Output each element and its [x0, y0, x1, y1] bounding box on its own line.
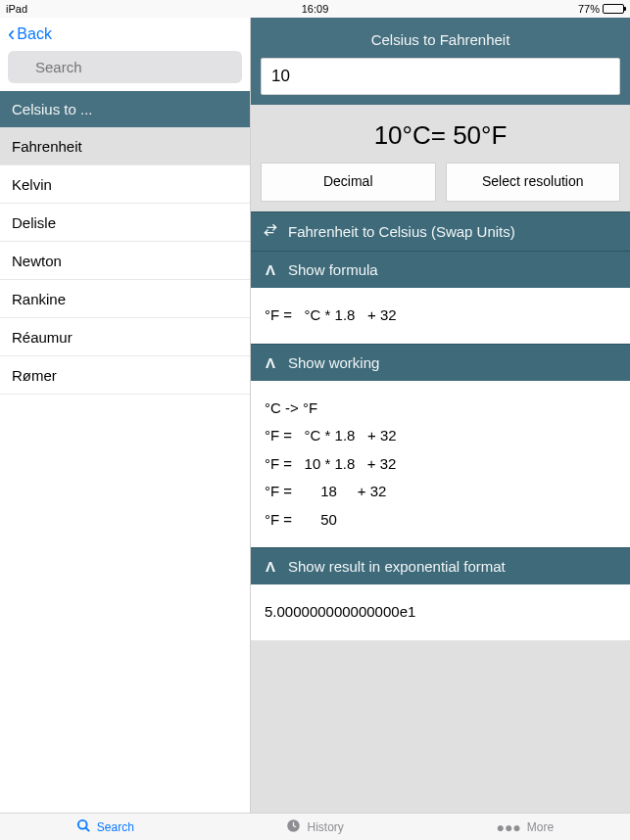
search-icon: [76, 818, 91, 836]
clock-icon: [286, 818, 301, 836]
tab-bar: Search History ●●● More: [0, 813, 630, 840]
lambda-icon: Λ: [263, 261, 278, 278]
working-header-label: Show working: [288, 354, 379, 371]
show-formula-button[interactable]: Λ Show formula: [251, 251, 630, 288]
sidebar: ‹ Back Celsius to ... Fahrenheit Kelvin …: [0, 18, 251, 813]
working-content: °C -> °F °F = °C * 1.8 + 32 °F = 10 * 1.…: [251, 381, 630, 548]
lambda-icon: Λ: [263, 354, 278, 371]
clock: 16:09: [302, 3, 329, 15]
formula-header-label: Show formula: [288, 261, 378, 278]
sidebar-item-newton[interactable]: Newton: [0, 242, 250, 280]
back-label: Back: [17, 25, 52, 43]
show-exponential-button[interactable]: Λ Show result in exponential format: [251, 547, 630, 584]
tab-more[interactable]: ●●● More: [496, 819, 554, 835]
swap-units-button[interactable]: Fahrenheit to Celsius (Swap Units): [251, 211, 630, 251]
result-text: 10°C= 50°F: [251, 120, 630, 151]
exp-header-label: Show result in exponential format: [288, 558, 506, 575]
battery-icon: [603, 4, 624, 14]
lambda-icon: Λ: [263, 558, 278, 575]
format-picker[interactable]: Decimal: [261, 163, 436, 202]
search-input[interactable]: [8, 51, 242, 83]
battery-status: 77%: [578, 3, 624, 15]
sidebar-item-romer[interactable]: Rømer: [0, 356, 250, 395]
swap-icon: [263, 222, 278, 241]
svg-point-2: [78, 819, 87, 828]
sidebar-item-fahrenheit[interactable]: Fahrenheit: [0, 127, 250, 165]
main-panel: Celsius to Fahrenheit 10°C= 50°F Decimal…: [251, 18, 630, 813]
svg-line-3: [85, 827, 89, 831]
tab-label: History: [307, 820, 343, 834]
value-input[interactable]: [261, 58, 620, 95]
tab-search[interactable]: Search: [76, 818, 134, 836]
more-icon: ●●●: [496, 819, 520, 835]
device-label: iPad: [6, 3, 27, 15]
chevron-left-icon: ‹: [8, 23, 15, 45]
tab-label: Search: [97, 820, 134, 834]
tab-history[interactable]: History: [286, 818, 343, 836]
sidebar-item-reaumur[interactable]: Réaumur: [0, 318, 250, 356]
sidebar-section-header: Celsius to ...: [0, 91, 250, 127]
exponential-content: 5.000000000000000e1: [251, 584, 630, 640]
conversion-title: Celsius to Fahrenheit: [261, 31, 620, 48]
back-button[interactable]: ‹ Back: [0, 18, 250, 51]
resolution-picker[interactable]: Select resolution: [446, 163, 621, 202]
formula-content: °F = °C * 1.8 + 32: [251, 288, 630, 344]
sidebar-item-kelvin[interactable]: Kelvin: [0, 165, 250, 204]
show-working-button[interactable]: Λ Show working: [251, 344, 630, 381]
status-bar: iPad 16:09 77%: [0, 0, 630, 18]
unit-list: Fahrenheit Kelvin Delisle Newton Rankine…: [0, 127, 250, 395]
sidebar-item-delisle[interactable]: Delisle: [0, 204, 250, 242]
sidebar-item-rankine[interactable]: Rankine: [0, 280, 250, 318]
swap-label: Fahrenheit to Celsius (Swap Units): [288, 223, 515, 240]
tab-label: More: [527, 820, 554, 834]
